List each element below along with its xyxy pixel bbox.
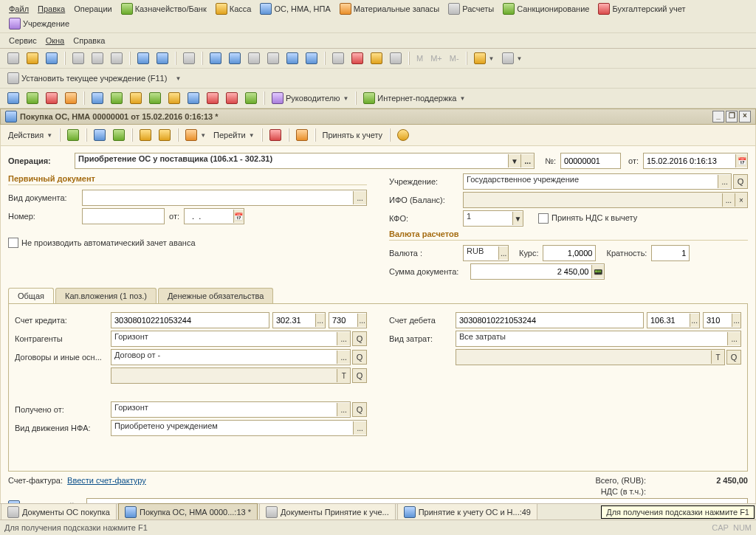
wt3[interactable] [110,127,128,143]
tab-money[interactable]: Денежные обязательства [158,288,273,303]
costs-extra-T[interactable]: T [711,351,724,364]
wt1[interactable] [64,127,82,143]
recv-sel[interactable]: ... [337,403,350,416]
rate-input[interactable] [543,246,595,260]
credit-acc-input[interactable] [111,314,269,327]
date2-input[interactable] [185,210,233,223]
tb-paste[interactable] [108,50,126,66]
tb-Mplus[interactable]: М+ [427,52,445,65]
extra-field[interactable]: T [111,367,351,384]
credit-sub-input[interactable] [273,314,315,327]
tb-redo[interactable] [154,50,171,66]
number-field[interactable] [82,208,165,224]
date2-field[interactable]: 📅 [184,208,244,224]
task-1[interactable]: Документы ОС покупка [1,503,117,521]
tb-i4[interactable] [264,50,282,66]
tab-cap[interactable]: Кап.вложения (1 поз.) [55,288,157,303]
go-menu[interactable]: Перейти▼ [210,128,258,142]
move-sel[interactable]: ... [353,421,366,435]
credit-code-field[interactable]: ... [329,312,367,328]
accept-button[interactable]: Принять к учету [320,128,386,142]
date-input[interactable] [644,154,735,168]
credit-sub-sel[interactable]: ... [315,314,325,327]
kfo-dd[interactable]: ▼ [512,212,523,225]
mult-field[interactable] [651,245,690,261]
wt5[interactable] [156,127,173,143]
date-field[interactable]: 📅 [643,153,748,169]
rate-field[interactable] [543,245,596,261]
menu-treasury[interactable]: Казначейство/Банк [117,1,211,16]
ifo-sel[interactable]: ... [722,193,735,207]
menu-os[interactable]: ОС, НМА, НПА [255,1,334,16]
extra-search[interactable]: Q [352,368,367,383]
wt2[interactable] [91,127,109,143]
wt4[interactable] [137,127,154,143]
window-minimize[interactable]: _ [712,111,724,122]
support-menu[interactable]: Интернет-поддержка▼ [360,90,468,106]
tb-new[interactable] [4,50,22,66]
date-pick[interactable]: 📅 [735,154,747,168]
menu-service[interactable]: Сервис [4,35,41,46]
contr-field[interactable]: Горизонт... [111,331,351,347]
debit-acc-input[interactable] [456,314,643,327]
inst-search[interactable]: Q [733,174,748,189]
debit-code-input[interactable] [704,314,732,327]
inst-field[interactable]: Государственное учреждение... [463,173,732,190]
r4[interactable] [62,90,80,106]
costs-sel[interactable]: ... [727,332,740,345]
dogs-search[interactable]: Q [352,350,367,365]
docsum-input[interactable] [471,265,591,278]
debit-sub-field[interactable]: ... [647,312,700,328]
kfo-field[interactable]: 1▼ [463,210,523,227]
r10[interactable] [185,90,202,106]
operation-sel[interactable]: ... [520,154,534,168]
tb-i2[interactable] [226,50,244,66]
tb-clock[interactable] [329,50,347,66]
contr-search[interactable]: Q [352,331,367,346]
r6[interactable] [108,90,126,106]
tb-M[interactable]: М [413,52,426,65]
tb-cal[interactable] [368,50,385,66]
no-auto-check[interactable] [8,238,18,248]
debit-acc-field[interactable] [456,312,644,328]
tb-i5[interactable] [284,50,301,66]
mult-input[interactable] [652,246,689,260]
menu-windows[interactable]: Окна [41,35,69,46]
tb-tools[interactable]: ▼ [499,50,526,66]
doc-type-input[interactable] [83,191,353,204]
tb-i6[interactable] [303,50,320,66]
tb-undo[interactable] [134,50,152,66]
r9[interactable] [165,90,183,106]
ifo-clear[interactable]: × [735,193,747,207]
operation-dd[interactable]: ▼ [508,154,521,168]
tb-back[interactable]: ▼ [471,50,498,66]
wt7[interactable] [267,127,284,143]
operation-field[interactable]: Приобретение ОС у поставщика (106.x1 - 3… [75,153,535,169]
extra-input[interactable] [111,369,337,382]
r1[interactable] [4,90,22,106]
contr-sel[interactable]: ... [337,332,350,345]
task-3[interactable]: Документы Принятие к уче... [259,503,396,521]
tb-copy[interactable] [89,50,106,66]
r8[interactable] [146,90,164,106]
menu-calc[interactable]: Расчеты [444,1,498,16]
tb-cal31[interactable] [348,50,366,66]
r7[interactable] [127,90,145,106]
sf-link[interactable]: Ввести счет-фактуру [67,476,146,485]
r2[interactable] [24,90,41,106]
r3[interactable] [43,90,61,106]
credit-code-sel[interactable]: ... [357,314,366,327]
costs-extra-input[interactable] [456,351,711,364]
vat-check[interactable] [538,213,549,224]
recv-search[interactable]: Q [352,402,367,417]
tb-Mminus[interactable]: М- [447,52,462,65]
window-close[interactable]: × [739,111,751,122]
set-institution-dd[interactable]: ▼ [171,73,184,84]
credit-code-input[interactable] [329,314,357,327]
window-maximize[interactable]: ❐ [726,111,738,122]
docsum-field[interactable]: 📟 [470,263,605,280]
debit-sub-input[interactable] [647,314,690,327]
tb-open[interactable] [24,50,41,66]
menu-file[interactable]: Файл [4,3,33,15]
extra-T[interactable]: T [337,369,350,382]
